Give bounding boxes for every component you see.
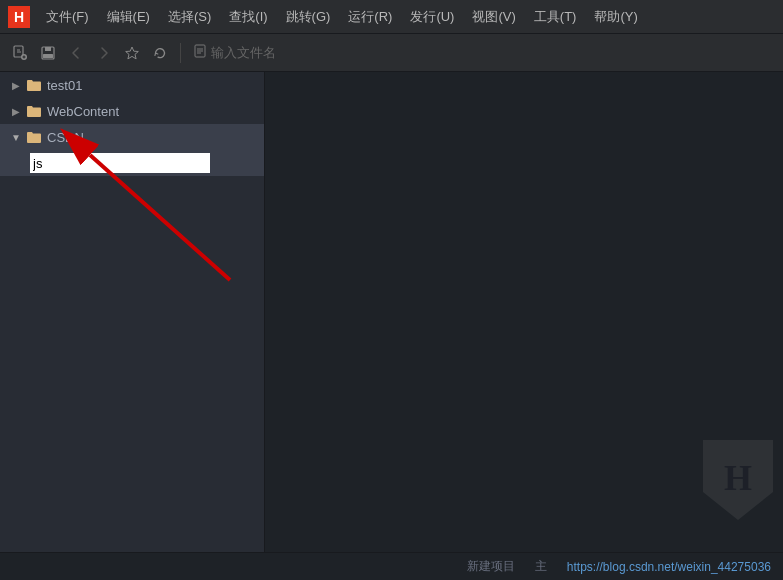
- star-button[interactable]: [120, 41, 144, 65]
- forward-button[interactable]: [92, 41, 116, 65]
- tree-item-csdn[interactable]: ▼ CSDN: [0, 124, 264, 150]
- toolbar: 输入文件名: [0, 34, 783, 72]
- main-layout: ▶ test01 ▶ WebContent ▼: [0, 72, 783, 552]
- tree-label-test01: test01: [47, 78, 82, 93]
- menu-edit[interactable]: 编辑(E): [99, 4, 158, 30]
- new-file-button[interactable]: [8, 41, 32, 65]
- menu-help[interactable]: 帮助(Y): [586, 4, 645, 30]
- toolbar-separator: [180, 43, 181, 63]
- arrow-webcontent: ▶: [8, 103, 24, 119]
- rename-input-js[interactable]: [30, 153, 210, 173]
- menu-bar: 文件(F) 编辑(E) 选择(S) 查找(I) 跳转(G) 运行(R) 发行(U…: [38, 4, 775, 30]
- status-bar: 新建项目 主 https://blog.csdn.net/weixin_4427…: [0, 552, 783, 580]
- file-input-area: 输入文件名: [193, 44, 276, 62]
- file-tree-sidebar: ▶ test01 ▶ WebContent ▼: [0, 72, 265, 552]
- svg-marker-9: [126, 47, 139, 59]
- folder-icon-webcontent: [26, 103, 42, 119]
- status-main: 主: [535, 558, 547, 575]
- app-logo: H: [8, 6, 30, 28]
- back-button[interactable]: [64, 41, 88, 65]
- tree-item-js[interactable]: [0, 150, 264, 176]
- status-link[interactable]: https://blog.csdn.net/weixin_44275036: [567, 560, 771, 574]
- arrow-test01: ▶: [8, 77, 24, 93]
- folder-icon-csdn: [26, 129, 42, 145]
- tree-label-webcontent: WebContent: [47, 104, 119, 119]
- tree-label-csdn: CSDN: [47, 130, 84, 145]
- file-icon: [193, 44, 207, 61]
- tree-item-webcontent[interactable]: ▶ WebContent: [0, 98, 264, 124]
- menu-file[interactable]: 文件(F): [38, 4, 97, 30]
- menu-find[interactable]: 查找(I): [221, 4, 275, 30]
- save-button[interactable]: [36, 41, 60, 65]
- svg-rect-8: [43, 54, 53, 58]
- menu-goto[interactable]: 跳转(G): [278, 4, 339, 30]
- status-new-project: 新建项目: [467, 558, 515, 575]
- svg-rect-7: [45, 47, 51, 51]
- menu-publish[interactable]: 发行(U): [402, 4, 462, 30]
- folder-icon-test01: [26, 77, 42, 93]
- menu-tools[interactable]: 工具(T): [526, 4, 585, 30]
- menu-run[interactable]: 运行(R): [340, 4, 400, 30]
- tree-item-test01[interactable]: ▶ test01: [0, 72, 264, 98]
- file-name-placeholder: 输入文件名: [211, 44, 276, 62]
- menu-select[interactable]: 选择(S): [160, 4, 219, 30]
- title-bar: H 文件(F) 编辑(E) 选择(S) 查找(I) 跳转(G) 运行(R) 发行…: [0, 0, 783, 34]
- menu-view[interactable]: 视图(V): [464, 4, 523, 30]
- app-watermark: H: [703, 440, 773, 520]
- arrow-csdn: ▼: [8, 129, 24, 145]
- refresh-button[interactable]: [148, 41, 172, 65]
